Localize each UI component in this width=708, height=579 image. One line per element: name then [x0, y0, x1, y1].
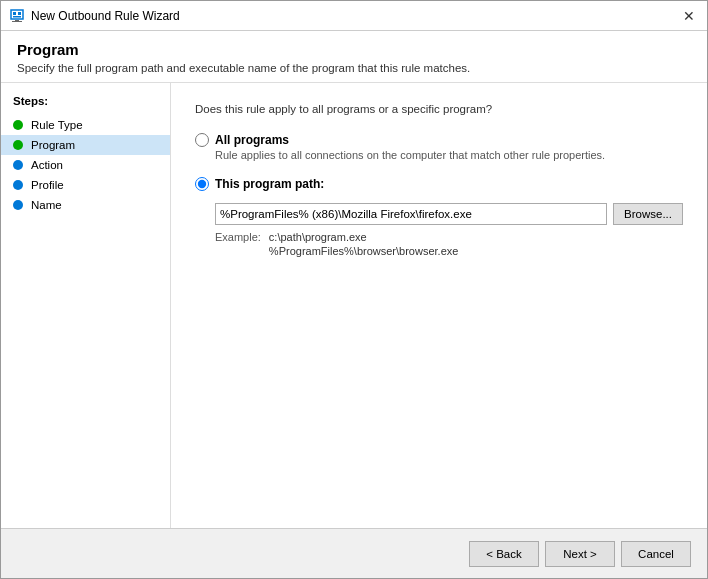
this-program-label-row[interactable]: This program path: [195, 177, 683, 191]
title-bar: New Outbound Rule Wizard ✕ [1, 1, 707, 31]
step-indicator-action [13, 160, 23, 170]
cancel-button[interactable]: Cancel [621, 541, 691, 567]
all-programs-radio[interactable] [195, 133, 209, 147]
svg-rect-0 [11, 10, 23, 19]
page-header: Program Specify the full program path an… [1, 31, 707, 83]
browse-button[interactable]: Browse... [613, 203, 683, 225]
all-programs-option: All programs Rule applies to all connect… [195, 133, 683, 161]
example-values: c:\path\program.exe %ProgramFiles%\brows… [269, 231, 459, 257]
sidebar-item-name[interactable]: Name [1, 195, 170, 215]
steps-label: Steps: [1, 95, 170, 115]
sidebar-item-label-profile: Profile [31, 179, 64, 191]
page-title: Program [17, 41, 691, 58]
window-icon [9, 8, 25, 24]
window-title: New Outbound Rule Wizard [31, 9, 679, 23]
step-indicator-program [13, 140, 23, 150]
sidebar: Steps: Rule Type Program Action Profile … [1, 83, 171, 528]
program-path-input[interactable] [215, 203, 607, 225]
all-programs-desc: Rule applies to all connections on the c… [215, 149, 683, 161]
footer: < Back Next > Cancel [1, 528, 707, 578]
sidebar-item-label-rule-type: Rule Type [31, 119, 83, 131]
program-path-section: Browse... Example: c:\path\program.exe %… [215, 197, 683, 257]
example-section: Example: c:\path\program.exe %ProgramFil… [215, 231, 683, 257]
all-programs-label-row[interactable]: All programs [195, 133, 683, 147]
svg-rect-1 [13, 12, 16, 15]
main-panel: Does this rule apply to all programs or … [171, 83, 707, 528]
sidebar-item-label-program: Program [31, 139, 75, 151]
sidebar-item-label-name: Name [31, 199, 62, 211]
svg-rect-5 [12, 21, 22, 22]
step-indicator-profile [13, 180, 23, 190]
step-indicator-name [13, 200, 23, 210]
svg-rect-2 [18, 12, 21, 15]
sidebar-item-rule-type[interactable]: Rule Type [1, 115, 170, 135]
back-button[interactable]: < Back [469, 541, 539, 567]
question-text: Does this rule apply to all programs or … [195, 103, 683, 115]
example-line-1: c:\path\program.exe [269, 231, 459, 243]
step-indicator-rule-type [13, 120, 23, 130]
svg-rect-3 [13, 16, 21, 18]
sidebar-item-action[interactable]: Action [1, 155, 170, 175]
content-area: Steps: Rule Type Program Action Profile … [1, 83, 707, 528]
sidebar-item-label-action: Action [31, 159, 63, 171]
radio-group: All programs Rule applies to all connect… [195, 133, 683, 257]
close-button[interactable]: ✕ [679, 6, 699, 26]
wizard-window: New Outbound Rule Wizard ✕ Program Speci… [0, 0, 708, 579]
sidebar-item-profile[interactable]: Profile [1, 175, 170, 195]
this-program-label: This program path: [215, 177, 324, 191]
program-path-row: Browse... [215, 203, 683, 225]
page-description: Specify the full program path and execut… [17, 62, 691, 74]
example-line-2: %ProgramFiles%\browser\browser.exe [269, 245, 459, 257]
all-programs-label: All programs [215, 133, 289, 147]
sidebar-item-program[interactable]: Program [1, 135, 170, 155]
this-program-option: This program path: Browse... Example: c:… [195, 177, 683, 257]
example-label: Example: [215, 231, 261, 257]
next-button[interactable]: Next > [545, 541, 615, 567]
this-program-radio[interactable] [195, 177, 209, 191]
